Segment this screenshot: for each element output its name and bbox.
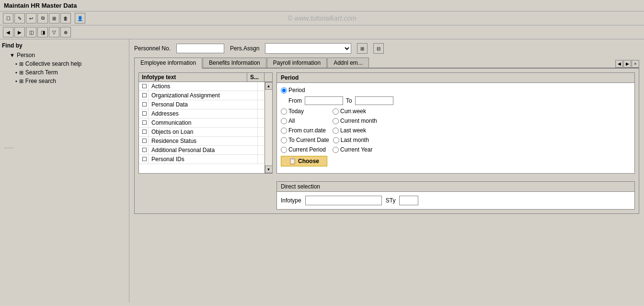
check-cell: ☐ bbox=[139, 100, 149, 109]
check-cell: ☐ bbox=[139, 82, 149, 91]
sidebar-tree-person[interactable]: ▼ Person bbox=[2, 51, 127, 59]
scroll-down-btn[interactable]: ▼ bbox=[265, 165, 273, 173]
infotype-name-cell: Residence Status bbox=[149, 137, 258, 145]
copy-doc-btn[interactable]: ⧉ bbox=[37, 13, 48, 24]
back-nav-btn[interactable]: ↩ bbox=[26, 13, 36, 24]
choose-label: Choose bbox=[298, 158, 319, 165]
nav-bar2-btn[interactable]: ⊕ bbox=[60, 27, 71, 37]
grid2-icon: ⊞ bbox=[19, 70, 23, 76]
sty-label: STy bbox=[386, 197, 396, 204]
delete-doc-btn[interactable]: 🗑 bbox=[60, 13, 71, 24]
last-month-radio[interactable] bbox=[333, 137, 339, 143]
check-cell: ☐ bbox=[139, 109, 149, 118]
to-label: To bbox=[346, 97, 352, 104]
nav-bar1-btn[interactable]: ▽ bbox=[49, 27, 59, 37]
person-folder-icon: ▼ bbox=[10, 52, 15, 58]
nav-start-btn[interactable]: ◫ bbox=[26, 27, 36, 37]
period-row-main: Period bbox=[281, 87, 631, 94]
sidebar-item-collective[interactable]: • ⊞ Collective search help bbox=[2, 59, 127, 68]
tab-scroll-left-btn[interactable]: ◀ bbox=[615, 60, 623, 68]
infotype-row[interactable]: ☐ Objects on Loan bbox=[139, 128, 272, 137]
direct-sel-title: Direct selection bbox=[277, 182, 634, 192]
tab-payroll-information[interactable]: Payroll information bbox=[267, 58, 327, 68]
check-cell: ☐ bbox=[139, 91, 149, 100]
period-options-row2: All Current month bbox=[281, 118, 631, 124]
infotype-row[interactable]: ☐ Personal Data bbox=[139, 100, 272, 109]
infotype-row[interactable]: ☐ Addresses bbox=[139, 109, 272, 118]
current-period-radio-label[interactable]: Current Period bbox=[281, 146, 329, 153]
sidebar-person-label: Person bbox=[17, 52, 35, 59]
infotype-row[interactable]: ☐ Personal IDs bbox=[139, 155, 272, 164]
last-week-radio[interactable] bbox=[333, 128, 339, 134]
current-year-radio[interactable] bbox=[333, 147, 339, 153]
dot3-icon: • bbox=[15, 78, 17, 84]
all-radio-label[interactable]: All bbox=[281, 118, 329, 124]
grid-view-btn[interactable]: ⊞ bbox=[49, 13, 59, 24]
nav-left-btn[interactable]: ◀ bbox=[3, 27, 13, 37]
to-current-date-radio-label[interactable]: To Current Date bbox=[281, 137, 329, 143]
curr-week-radio[interactable] bbox=[333, 108, 339, 115]
sidebar-item-search-term[interactable]: • ⊞ Search Term bbox=[2, 68, 127, 77]
infotype-name-cell: Objects on Loan bbox=[149, 128, 258, 136]
sidebar-item-free-search[interactable]: • ⊞ Free search bbox=[2, 77, 127, 85]
header-action-btn1[interactable]: ⊞ bbox=[357, 43, 368, 54]
infotype-table-body: ☐ Actions ☐ Organizational Assignment ☐ bbox=[139, 82, 272, 173]
toolbar1: ☐ ✎ ↩ ⧉ ⊞ 🗑 👤 © www.tutorialkart.com bbox=[0, 12, 644, 25]
tab-collapse-btn[interactable]: × bbox=[632, 60, 639, 68]
infotype-text-header: Infotype text bbox=[139, 73, 247, 82]
period-options-row4: To Current Date Last month bbox=[281, 137, 631, 143]
infotype-scrollbar[interactable]: ▲ ▼ bbox=[264, 82, 272, 173]
infotype-label: Infotype bbox=[281, 197, 301, 204]
today-radio-label[interactable]: Today bbox=[281, 108, 329, 115]
period-radio[interactable] bbox=[281, 87, 287, 94]
sidebar: Find by ▼ Person • ⊞ Collective search h… bbox=[0, 39, 129, 302]
period-options-row5: Current Period Current Year bbox=[281, 146, 631, 153]
period-options-row3: From curr.date Last week bbox=[281, 127, 631, 134]
infotype-name-cell: Additional Personal Data bbox=[149, 146, 258, 154]
new-doc-btn[interactable]: ☐ bbox=[3, 13, 13, 24]
infotype-row[interactable]: ☐ Organizational Assignment bbox=[139, 91, 272, 100]
choose-button[interactable]: 📋 Choose bbox=[281, 156, 327, 166]
grid3-icon: ⊞ bbox=[19, 78, 23, 84]
from-curr-date-radio[interactable] bbox=[281, 128, 287, 134]
tab-nav-buttons: ◀ ▶ × bbox=[615, 60, 639, 68]
current-month-radio-label[interactable]: Current month bbox=[333, 118, 380, 124]
person-btn[interactable]: 👤 bbox=[75, 13, 85, 24]
pers-assgn-select[interactable] bbox=[265, 43, 351, 54]
nav-right-btn[interactable]: ▶ bbox=[14, 27, 25, 37]
header-action-btn2[interactable]: ⊟ bbox=[373, 43, 384, 54]
last-week-radio-label[interactable]: Last week bbox=[333, 127, 380, 134]
dot-icon: • bbox=[15, 61, 17, 67]
from-label: From bbox=[288, 97, 302, 104]
infotype-row[interactable]: ☐ Communication bbox=[139, 118, 272, 128]
to-current-date-radio[interactable] bbox=[281, 137, 287, 143]
check-cell: ☐ bbox=[139, 137, 149, 145]
sty-input[interactable] bbox=[399, 196, 418, 205]
from-to-row: From To bbox=[281, 96, 631, 105]
scroll-up-btn[interactable]: ▲ bbox=[265, 82, 273, 90]
nav-end-btn[interactable]: ◨ bbox=[37, 27, 48, 37]
current-year-radio-label[interactable]: Current Year bbox=[333, 146, 380, 153]
today-radio[interactable] bbox=[281, 108, 287, 115]
tab-addnl-em[interactable]: Addnl em... bbox=[327, 58, 369, 68]
tab-employee-information[interactable]: Employee information bbox=[134, 58, 202, 69]
personnel-no-input[interactable] bbox=[176, 44, 224, 53]
tab-benefits-information[interactable]: Benefits Information bbox=[203, 58, 266, 68]
infotype-row[interactable]: ☐ Actions bbox=[139, 82, 272, 91]
sidebar-item-search-label: Search Term bbox=[25, 69, 58, 76]
edit-doc-btn[interactable]: ✎ bbox=[14, 13, 25, 24]
infotype-row[interactable]: ☐ Residence Status bbox=[139, 137, 272, 146]
all-radio[interactable] bbox=[281, 118, 287, 124]
to-input[interactable] bbox=[355, 96, 393, 105]
period-radio-label[interactable]: Period bbox=[281, 87, 329, 94]
toolbar2: ◀ ▶ ◫ ◨ ▽ ⊕ bbox=[0, 25, 644, 39]
infotype-row[interactable]: ☐ Additional Personal Data bbox=[139, 146, 272, 155]
current-month-radio[interactable] bbox=[333, 118, 339, 124]
current-period-radio[interactable] bbox=[281, 147, 287, 153]
last-month-radio-label[interactable]: Last month bbox=[333, 137, 381, 143]
from-curr-date-radio-label[interactable]: From curr.date bbox=[281, 127, 329, 134]
infotype-input[interactable] bbox=[305, 196, 382, 205]
tab-scroll-right-btn[interactable]: ▶ bbox=[623, 60, 631, 68]
curr-week-radio-label[interactable]: Curr.week bbox=[333, 108, 380, 115]
from-input[interactable] bbox=[305, 96, 343, 105]
